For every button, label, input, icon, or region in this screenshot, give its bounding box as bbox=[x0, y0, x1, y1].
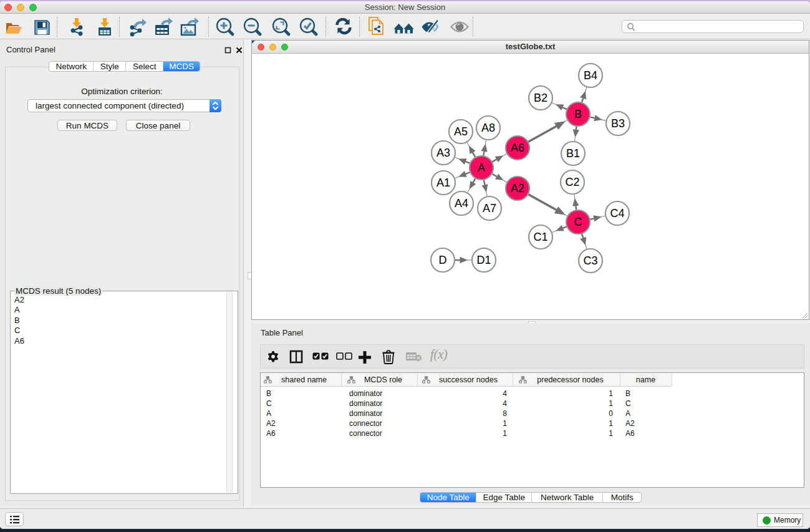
svg-text:A6: A6 bbox=[511, 142, 524, 154]
svg-text:D: D bbox=[439, 254, 447, 266]
svg-text:B: B bbox=[574, 108, 582, 120]
svg-text:A3: A3 bbox=[436, 147, 450, 159]
svg-text:D1: D1 bbox=[476, 254, 491, 266]
svg-text:A7: A7 bbox=[483, 202, 496, 215]
svg-text:C2: C2 bbox=[565, 176, 579, 188]
svg-text:C3: C3 bbox=[583, 254, 597, 267]
svg-text:B2: B2 bbox=[534, 92, 547, 104]
svg-text:C4: C4 bbox=[610, 207, 624, 220]
svg-text:A5: A5 bbox=[454, 125, 468, 138]
svg-text:A8: A8 bbox=[481, 122, 495, 134]
svg-text:A2: A2 bbox=[511, 182, 524, 195]
svg-text:A1: A1 bbox=[436, 177, 450, 189]
svg-text:B1: B1 bbox=[566, 147, 580, 160]
svg-text:C: C bbox=[574, 216, 582, 228]
svg-text:A: A bbox=[478, 162, 485, 174]
svg-text:B3: B3 bbox=[611, 117, 625, 130]
svg-text:A4: A4 bbox=[455, 197, 468, 210]
svg-text:C1: C1 bbox=[533, 231, 547, 243]
svg-text:B4: B4 bbox=[584, 69, 597, 82]
